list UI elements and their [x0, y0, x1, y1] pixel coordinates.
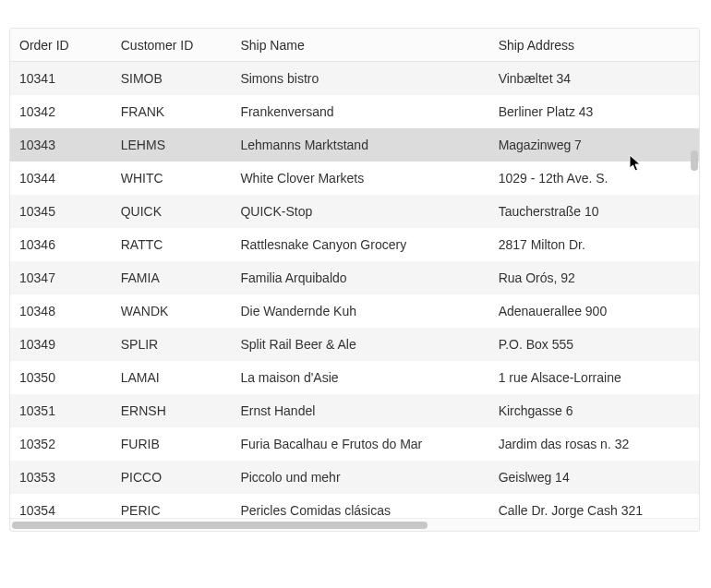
table-row[interactable]: 10354PERICPericles Comidas clásicasCalle… — [10, 494, 699, 518]
cell-order-id: 10341 — [10, 71, 112, 86]
cell-customer-id: RATTC — [112, 237, 232, 252]
column-header-customer-id[interactable]: Customer ID — [112, 38, 232, 53]
cell-ship-address: Vinbæltet 34 — [489, 71, 699, 86]
cell-ship-address: Taucherstraße 10 — [489, 204, 699, 219]
cell-ship-name: Frankenversand — [231, 104, 488, 119]
table-row[interactable]: 10344WHITCWhite Clover Markets1029 - 12t… — [10, 162, 699, 195]
grid-body-viewport[interactable]: 10341SIMOBSimons bistroVinbæltet 3410342… — [10, 62, 699, 518]
column-header-ship-name[interactable]: Ship Name — [231, 38, 488, 53]
cell-order-id: 10346 — [10, 237, 112, 252]
vertical-scrollbar-track[interactable] — [690, 62, 699, 518]
cell-order-id: 10344 — [10, 171, 112, 186]
cell-customer-id: PERIC — [112, 503, 232, 518]
horizontal-scrollbar-track[interactable] — [10, 518, 699, 531]
cell-ship-name: White Clover Markets — [231, 171, 488, 186]
cell-customer-id: WANDK — [112, 304, 232, 318]
cell-customer-id: QUICK — [112, 204, 232, 219]
cell-customer-id: LAMAI — [112, 370, 232, 385]
cell-ship-name: Furia Bacalhau e Frutos do Mar — [231, 437, 488, 451]
cell-customer-id: LEHMS — [112, 138, 232, 152]
table-row[interactable]: 10352FURIBFuria Bacalhau e Frutos do Mar… — [10, 427, 699, 461]
cell-ship-name: Die Wandernde Kuh — [231, 304, 488, 318]
cell-order-id: 10353 — [10, 470, 112, 485]
cell-customer-id: SIMOB — [112, 71, 232, 86]
cell-order-id: 10345 — [10, 204, 112, 219]
cell-customer-id: FAMIA — [112, 270, 232, 285]
cell-ship-name: Split Rail Beer & Ale — [231, 337, 488, 352]
cell-ship-name: Pericles Comidas clásicas — [231, 503, 488, 518]
table-row[interactable]: 10345QUICKQUICK-StopTaucherstraße 10 — [10, 195, 699, 228]
cell-ship-name: La maison d'Asie — [231, 370, 488, 385]
table-row[interactable]: 10346RATTCRattlesnake Canyon Grocery2817… — [10, 228, 699, 261]
table-row[interactable]: 10347FAMIAFamilia ArquibaldoRua Orós, 92 — [10, 261, 699, 294]
cell-ship-address: Jardim das rosas n. 32 — [489, 437, 699, 451]
cell-ship-name: Simons bistro — [231, 71, 488, 86]
table-row[interactable]: 10341SIMOBSimons bistroVinbæltet 34 — [10, 62, 699, 95]
cell-order-id: 10351 — [10, 403, 112, 418]
table-row[interactable]: 10353PICCOPiccolo und mehrGeislweg 14 — [10, 461, 699, 494]
cell-order-id: 10348 — [10, 304, 112, 318]
column-header-order-id[interactable]: Order ID — [10, 38, 112, 53]
cell-ship-address: Magazinweg 7 — [489, 138, 699, 152]
cell-customer-id: ERNSH — [112, 403, 232, 418]
cell-order-id: 10347 — [10, 270, 112, 285]
cell-order-id: 10354 — [10, 503, 112, 518]
column-header-ship-address[interactable]: Ship Address — [489, 38, 699, 53]
cell-order-id: 10343 — [10, 138, 112, 152]
cell-customer-id: PICCO — [112, 470, 232, 485]
cell-customer-id: FRANK — [112, 104, 232, 119]
cell-ship-name: Familia Arquibaldo — [231, 270, 488, 285]
table-row[interactable]: 10348WANDKDie Wandernde KuhAdenauerallee… — [10, 294, 699, 328]
cell-customer-id: FURIB — [112, 437, 232, 451]
cell-ship-name: QUICK-Stop — [231, 204, 488, 219]
cell-ship-address: Geislweg 14 — [489, 470, 699, 485]
cell-order-id: 10349 — [10, 337, 112, 352]
grid-header-row: Order ID Customer ID Ship Name Ship Addr… — [10, 29, 699, 62]
cell-ship-name: Piccolo und mehr — [231, 470, 488, 485]
cell-customer-id: SPLIR — [112, 337, 232, 352]
vertical-scrollbar-thumb[interactable] — [691, 150, 698, 171]
table-row[interactable]: 10342FRANKFrankenversandBerliner Platz 4… — [10, 95, 699, 128]
table-row[interactable]: 10351ERNSHErnst HandelKirchgasse 6 — [10, 394, 699, 427]
cell-ship-address: Rua Orós, 92 — [489, 270, 699, 285]
cell-customer-id: WHITC — [112, 171, 232, 186]
cell-order-id: 10352 — [10, 437, 112, 451]
cell-ship-name: Lehmanns Marktstand — [231, 138, 488, 152]
cell-ship-name: Ernst Handel — [231, 403, 488, 418]
cell-ship-address: P.O. Box 555 — [489, 337, 699, 352]
cell-ship-address: 2817 Milton Dr. — [489, 237, 699, 252]
cell-order-id: 10342 — [10, 104, 112, 119]
table-row[interactable]: 10343LEHMSLehmanns MarktstandMagazinweg … — [10, 128, 699, 162]
cell-order-id: 10350 — [10, 370, 112, 385]
cell-ship-address: 1 rue Alsace-Lorraine — [489, 370, 699, 385]
table-row[interactable]: 10350LAMAILa maison d'Asie1 rue Alsace-L… — [10, 361, 699, 394]
cell-ship-address: Kirchgasse 6 — [489, 403, 699, 418]
horizontal-scrollbar-thumb[interactable] — [12, 522, 428, 529]
cell-ship-address: Berliner Platz 43 — [489, 104, 699, 119]
cell-ship-address: 1029 - 12th Ave. S. — [489, 171, 699, 186]
cell-ship-name: Rattlesnake Canyon Grocery — [231, 237, 488, 252]
data-grid[interactable]: Order ID Customer ID Ship Name Ship Addr… — [9, 28, 700, 532]
cell-ship-address: Adenauerallee 900 — [489, 304, 699, 318]
cell-ship-address: Calle Dr. Jorge Cash 321 — [489, 503, 699, 518]
table-row[interactable]: 10349SPLIRSplit Rail Beer & AleP.O. Box … — [10, 328, 699, 361]
